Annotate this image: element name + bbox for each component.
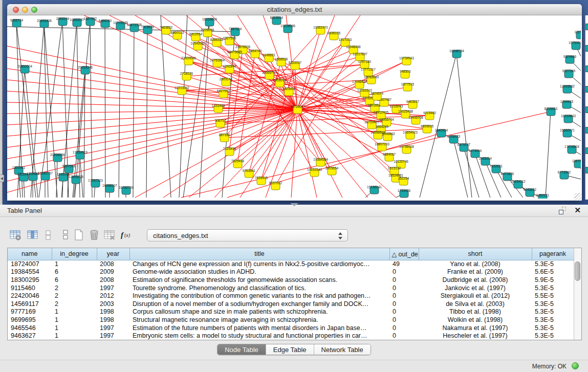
- graph-canvas[interactable]: 9355724206914062093194106532871527602646…: [7, 15, 582, 201]
- graph-node[interactable]: 7635415: [255, 176, 268, 185]
- graph-node[interactable]: 9450121: [536, 193, 550, 199]
- table-cell[interactable]: Stergiakouli et al. (2012): [419, 292, 532, 300]
- table-cell[interactable]: 2008: [97, 260, 129, 268]
- function-builder-button[interactable]: f(x): [119, 227, 134, 243]
- table-cell[interactable]: 0: [389, 316, 419, 324]
- graph-node[interactable]: 16782759: [119, 186, 134, 194]
- graph-svg[interactable]: 9355724206914062093194106532871527602646…: [7, 15, 581, 199]
- graph-node[interactable]: 1733426: [398, 189, 411, 198]
- graph-node[interactable]: 10719135: [113, 21, 128, 30]
- table-row[interactable]: 911546021997Tourette syndrome. Phenomeno…: [8, 284, 574, 292]
- graph-node[interactable]: 6466160: [99, 19, 112, 28]
- new-column-button[interactable]: [72, 227, 87, 243]
- table-scrollbar-thumb[interactable]: [575, 261, 580, 281]
- table-cell[interactable]: Corpus callosum shape and size in male p…: [129, 308, 389, 316]
- graph-node[interactable]: 12342757: [38, 171, 53, 180]
- table-cell[interactable]: Jankovic et al. (1997): [419, 284, 532, 292]
- graph-node[interactable]: 8912954: [189, 32, 203, 41]
- graph-node[interactable]: 1923406: [282, 87, 296, 96]
- table-cell[interactable]: 5.3E-5: [532, 324, 574, 332]
- graph-node[interactable]: 8813054: [270, 16, 284, 25]
- graph-node[interactable]: 7625436: [231, 159, 245, 168]
- graph-node[interactable]: 887336: [219, 133, 230, 142]
- graph-node[interactable]: 16033809: [202, 17, 217, 26]
- table-cell[interactable]: 1: [52, 324, 97, 332]
- graph-node[interactable]: 9146821: [263, 53, 276, 62]
- table-cell[interactable]: 9115460: [8, 284, 52, 292]
- graph-node[interactable]: 7857224: [229, 27, 242, 36]
- table-cell[interactable]: Embryonic stem cells: a model to study s…: [129, 332, 389, 340]
- tab-network-table[interactable]: Network Table: [314, 344, 371, 355]
- graph-node[interactable]: 16210643: [561, 114, 576, 123]
- table-cell[interactable]: 1997: [97, 284, 129, 292]
- table-settings-button[interactable]: [8, 227, 24, 243]
- graph-node[interactable]: 252254: [398, 177, 409, 185]
- graph-node[interactable]: 2093194: [56, 17, 70, 26]
- table-cell[interactable]: 5.3E-5: [532, 316, 574, 324]
- table-cell[interactable]: 9463627: [8, 332, 52, 340]
- tab-node-table[interactable]: Node Table: [217, 344, 266, 355]
- graph-node[interactable]: 9463627: [406, 100, 420, 108]
- table-cell[interactable]: 2003: [97, 300, 129, 308]
- column-header-year[interactable]: year: [97, 248, 129, 260]
- graph-node[interactable]: 8427552: [217, 89, 230, 98]
- table-cell[interactable]: 49: [389, 260, 419, 268]
- panel-collapse-arrow[interactable]: [0, 174, 4, 182]
- graph-node[interactable]: 1527602: [84, 17, 97, 26]
- table-cell[interactable]: Disruption of a novel member of a sodium…: [129, 300, 389, 308]
- table-cell[interactable]: 14569117: [8, 300, 52, 308]
- graph-node[interactable]: 8215953: [545, 107, 558, 116]
- table-row[interactable]: 969969511998Structural magnetic resonanc…: [8, 316, 574, 324]
- table-scrollbar[interactable]: [574, 248, 581, 340]
- table-cell[interactable]: Genome-wide association studies in ADHD.: [129, 268, 389, 276]
- table-cell[interactable]: 5.3E-5: [532, 284, 574, 292]
- tab-edge-table[interactable]: Edge Table: [266, 344, 314, 355]
- table-cell[interactable]: 1: [52, 308, 97, 316]
- graph-node[interactable]: 9397548: [62, 164, 76, 173]
- graph-node[interactable]: 7515526: [141, 25, 155, 34]
- table-cell[interactable]: 0: [389, 292, 419, 300]
- table-cell[interactable]: de Silva et al. (2003): [419, 300, 532, 308]
- table-row[interactable]: 946362711997Embryonic stem cells: a mode…: [8, 332, 574, 340]
- table-cell[interactable]: 1: [52, 260, 97, 268]
- graph-node[interactable]: 306717: [215, 119, 226, 127]
- float-panel-icon[interactable]: [559, 207, 567, 214]
- table-cell[interactable]: Dudbridge et al. (2008): [419, 276, 532, 284]
- column-header-title[interactable]: title: [129, 248, 389, 260]
- table-cell[interactable]: Estimation of the future numbers of pati…: [129, 324, 389, 332]
- table-cell[interactable]: 1998: [97, 316, 129, 324]
- table-cell[interactable]: 5.5E-5: [532, 292, 574, 300]
- column-header-out_de[interactable]: △ out_de…: [389, 248, 419, 260]
- graph-node[interactable]: 19218596: [280, 24, 295, 33]
- table-cell[interactable]: 19384554: [8, 268, 52, 276]
- close-panel-icon[interactable]: ✕: [574, 206, 581, 215]
- column-header-name[interactable]: name: [8, 248, 52, 260]
- table-cell[interactable]: 2012: [97, 292, 129, 300]
- graph-node[interactable]: 15692971: [560, 128, 575, 137]
- column-header-in_degree[interactable]: in_degree: [52, 248, 97, 260]
- table-cell[interactable]: Nakamura et al. (1997): [419, 324, 532, 332]
- delete-column-button[interactable]: [87, 227, 102, 243]
- table-cell[interactable]: 22420046: [8, 292, 52, 300]
- table-cell[interactable]: 5.9E-5: [532, 276, 574, 284]
- table-cell[interactable]: 0: [389, 284, 419, 292]
- table-cell[interactable]: 2: [52, 292, 97, 300]
- table-row[interactable]: 1872400712008Changes of HCN gene express…: [8, 260, 574, 268]
- table-cell[interactable]: Investigating the contribution of common…: [129, 292, 389, 300]
- table-row[interactable]: 2242004622012Investigating the contribut…: [8, 292, 574, 300]
- column-visibility-button[interactable]: [43, 227, 58, 243]
- table-cell[interactable]: Structural magnetic resonance image aver…: [129, 316, 389, 324]
- table-cell[interactable]: 1998: [97, 308, 129, 316]
- table-cell[interactable]: 0: [389, 308, 419, 316]
- table-cell[interactable]: 2009: [97, 268, 129, 276]
- table-select-dropdown[interactable]: citations_edges.txt: [147, 229, 348, 242]
- graph-node[interactable]: 12093582: [560, 84, 575, 93]
- graph-node[interactable]: 1117253: [574, 30, 581, 39]
- select-columns-button[interactable]: [26, 227, 41, 243]
- graph-node[interactable]: 9115460: [423, 111, 436, 120]
- graph-node[interactable]: 9329966: [563, 55, 577, 63]
- splitter-handle[interactable]: [290, 203, 298, 206]
- table-row[interactable]: 977716911998Corpus callosum shape and si…: [8, 308, 574, 316]
- table-cell[interactable]: 1997: [97, 332, 129, 340]
- table-cell[interactable]: Changes of HCN gene expression and I(f) …: [129, 260, 389, 268]
